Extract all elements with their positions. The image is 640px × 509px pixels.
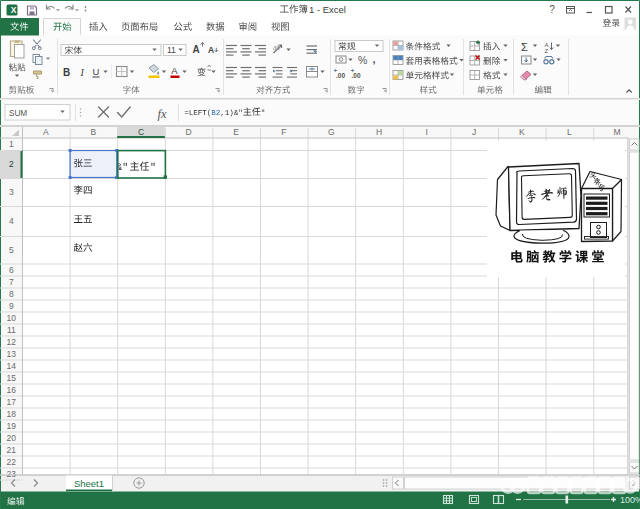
svg-text:17: 17 (7, 397, 17, 407)
svg-text:6: 6 (9, 265, 14, 275)
svg-text:A: A (193, 44, 200, 55)
svg-text:G: G (328, 127, 335, 137)
svg-text:,: , (373, 53, 376, 65)
svg-text:Sheet1: Sheet1 (74, 478, 104, 489)
svg-text:22: 22 (7, 457, 17, 467)
svg-text:5: 5 (9, 245, 14, 255)
svg-text:10: 10 (7, 313, 17, 323)
svg-text:I: I (425, 127, 427, 137)
svg-text:.00: .00 (352, 72, 361, 79)
svg-text:X: X (11, 5, 17, 15)
svg-text:A: A (43, 127, 49, 137)
svg-text:3: 3 (9, 187, 14, 197)
svg-text:fx: fx (158, 107, 167, 121)
svg-text:K: K (519, 127, 525, 137)
svg-text:D: D (186, 127, 192, 137)
svg-text:1 - Excel: 1 - Excel (309, 4, 346, 15)
svg-text:16: 16 (7, 385, 17, 395)
svg-text:13: 13 (7, 349, 17, 359)
svg-text:B: B (63, 67, 70, 78)
svg-text:Σ: Σ (521, 41, 528, 53)
svg-text:U: U (93, 66, 100, 77)
svg-text:SUM: SUM (9, 109, 27, 118)
svg-text:A: A (171, 65, 178, 76)
svg-text:B: B (91, 127, 97, 137)
svg-text:20: 20 (7, 433, 17, 443)
svg-text:E: E (233, 127, 239, 137)
svg-text:9: 9 (9, 301, 14, 311)
svg-text:F: F (281, 127, 286, 137)
svg-text:M: M (613, 127, 620, 137)
svg-text:1: 1 (9, 139, 14, 149)
svg-text:18: 18 (7, 409, 17, 419)
svg-text:15: 15 (7, 373, 17, 383)
svg-text:A: A (208, 45, 214, 55)
svg-text:21: 21 (7, 445, 17, 455)
svg-text:I: I (80, 67, 85, 78)
svg-text:H: H (376, 127, 382, 137)
svg-text:?: ? (549, 4, 555, 15)
svg-text:J: J (472, 127, 476, 137)
svg-text:C: C (138, 127, 144, 137)
svg-text:19: 19 (7, 421, 17, 431)
svg-text:100%: 100% (620, 495, 640, 505)
svg-text:7: 7 (9, 277, 14, 287)
svg-text:L: L (567, 127, 572, 137)
svg-text:8: 8 (9, 289, 14, 299)
svg-text:23: 23 (7, 469, 17, 479)
svg-text:14: 14 (7, 361, 17, 371)
svg-text:11: 11 (7, 325, 16, 335)
svg-text:%: % (358, 54, 367, 66)
svg-text:.00: .00 (336, 72, 345, 79)
svg-text:12: 12 (7, 337, 17, 347)
svg-text:11: 11 (167, 45, 176, 55)
svg-text:ab: ab (273, 44, 281, 51)
svg-text:Z: Z (545, 48, 549, 54)
svg-text:4: 4 (9, 216, 14, 226)
svg-text:2: 2 (9, 159, 14, 169)
